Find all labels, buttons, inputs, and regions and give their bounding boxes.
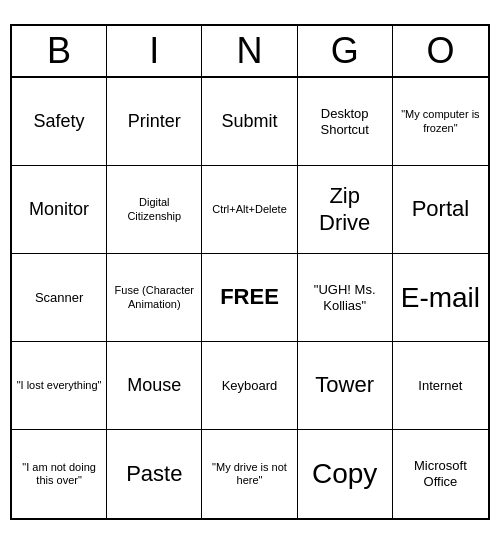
bingo-cell-5[interactable]: Monitor <box>12 166 107 254</box>
bingo-cell-11[interactable]: Fuse (Character Animation) <box>107 254 202 342</box>
header-b: B <box>12 26 107 76</box>
bingo-cell-2[interactable]: Submit <box>202 78 297 166</box>
bingo-cell-7[interactable]: Ctrl+Alt+Delete <box>202 166 297 254</box>
bingo-cell-23[interactable]: Copy <box>298 430 393 518</box>
bingo-cell-21[interactable]: Paste <box>107 430 202 518</box>
bingo-cell-17[interactable]: Keyboard <box>202 342 297 430</box>
header-n: N <box>202 26 297 76</box>
bingo-cell-12[interactable]: FREE <box>202 254 297 342</box>
bingo-cell-22[interactable]: "My drive is not here" <box>202 430 297 518</box>
bingo-cell-6[interactable]: Digital Citizenship <box>107 166 202 254</box>
bingo-cell-10[interactable]: Scanner <box>12 254 107 342</box>
bingo-cell-8[interactable]: Zip Drive <box>298 166 393 254</box>
bingo-cell-24[interactable]: Microsoft Office <box>393 430 488 518</box>
bingo-cell-18[interactable]: Tower <box>298 342 393 430</box>
header-i: I <box>107 26 202 76</box>
header-g: G <box>298 26 393 76</box>
bingo-cell-0[interactable]: Safety <box>12 78 107 166</box>
bingo-grid: SafetyPrinterSubmitDesktop Shortcut"My c… <box>12 78 488 518</box>
bingo-cell-15[interactable]: "I lost everything" <box>12 342 107 430</box>
bingo-cell-20[interactable]: "I am not doing this over" <box>12 430 107 518</box>
bingo-header: B I N G O <box>12 26 488 78</box>
bingo-cell-3[interactable]: Desktop Shortcut <box>298 78 393 166</box>
bingo-cell-4[interactable]: "My computer is frozen" <box>393 78 488 166</box>
bingo-cell-16[interactable]: Mouse <box>107 342 202 430</box>
bingo-cell-14[interactable]: E-mail <box>393 254 488 342</box>
header-o: O <box>393 26 488 76</box>
bingo-cell-19[interactable]: Internet <box>393 342 488 430</box>
bingo-cell-9[interactable]: Portal <box>393 166 488 254</box>
bingo-cell-1[interactable]: Printer <box>107 78 202 166</box>
bingo-cell-13[interactable]: "UGH! Ms. Kollias" <box>298 254 393 342</box>
bingo-card: B I N G O SafetyPrinterSubmitDesktop Sho… <box>10 24 490 520</box>
